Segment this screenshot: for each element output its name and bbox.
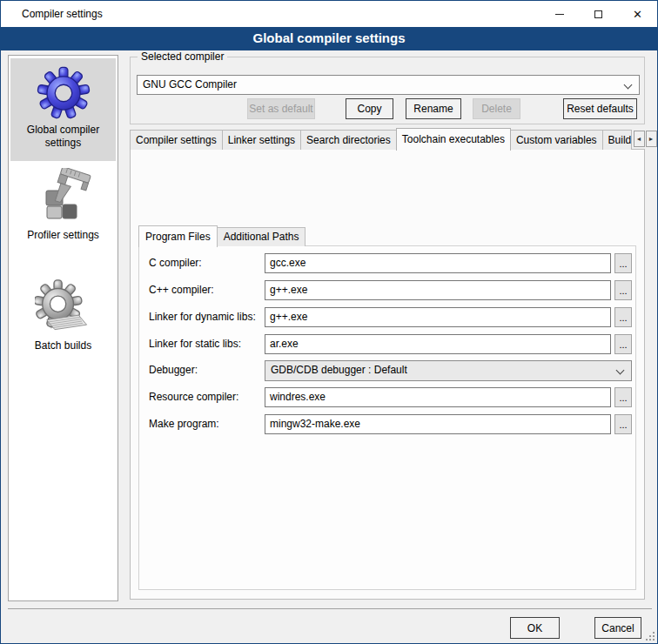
make-program-input[interactable]: mingw32-make.exe — [265, 414, 611, 434]
ok-button[interactable]: OK — [510, 617, 560, 639]
sidebar-item-label: Batch builds — [35, 339, 91, 352]
tab-build-options-truncated[interactable]: Build — [602, 130, 632, 150]
linker-static-input[interactable]: ar.exe — [265, 334, 611, 354]
titlebar: Compiler settings ✕ — [1, 1, 657, 27]
tab-compiler-settings[interactable]: Compiler settings — [130, 130, 223, 150]
debugger-dropdown[interactable]: GDB/CDB debugger : Default — [265, 360, 632, 381]
subtab-additional-paths[interactable]: Additional Paths — [217, 227, 306, 246]
resource-compiler-label: Resource compiler: — [149, 391, 238, 403]
tab-search-directories[interactable]: Search directories — [300, 130, 397, 150]
reset-defaults-button[interactable]: Reset defaults — [563, 98, 637, 119]
resource-compiler-input[interactable]: windres.exe — [265, 387, 611, 407]
tab-linker-settings[interactable]: Linker settings — [222, 130, 301, 150]
sidebar-item-label: Global compiler settings — [10, 124, 116, 150]
debugger-value: GDB/CDB debugger : Default — [271, 364, 407, 376]
close-icon: ✕ — [633, 9, 642, 20]
tab-toolchain-executables[interactable]: Toolchain executables — [396, 128, 511, 151]
chevron-down-icon — [624, 81, 633, 90]
sidebar-item-batch-builds[interactable]: Batch builds — [10, 275, 116, 367]
debugger-label: Debugger: — [149, 364, 198, 376]
minimize-icon — [555, 14, 564, 15]
caliper-icon — [36, 168, 91, 225]
minimize-button[interactable] — [540, 1, 579, 27]
tab-custom-variables[interactable]: Custom variables — [510, 130, 603, 150]
window-title: Compiler settings — [22, 8, 103, 20]
blue-gear-icon — [37, 66, 91, 120]
sidebar-item-label: Profiler settings — [27, 229, 99, 242]
settings-sidebar: Global compiler settings — [8, 55, 118, 601]
page-title: Global compiler settings — [1, 27, 657, 50]
linker-dynamic-browse-button[interactable]: ... — [614, 307, 632, 327]
linker-dynamic-input[interactable]: g++.exe — [265, 307, 611, 327]
sidebar-item-profiler-settings[interactable]: Profiler settings — [10, 166, 116, 258]
cpp-compiler-input[interactable]: g++.exe — [265, 280, 611, 300]
selected-compiler-group-label: Selected compiler — [138, 50, 227, 63]
arrow-left-icon: ◄ — [636, 136, 642, 142]
cpp-compiler-label: C++ compiler: — [149, 284, 214, 296]
program-files-tabbar: Program Files Additional Paths — [138, 224, 305, 246]
resource-compiler-browse-button[interactable]: ... — [614, 387, 632, 407]
c-compiler-label: C compiler: — [149, 257, 202, 269]
resize-grip[interactable] — [644, 630, 655, 641]
sidebar-item-global-compiler-settings[interactable]: Global compiler settings — [10, 58, 116, 161]
delete-button: Delete — [473, 98, 520, 119]
make-program-label: Make program: — [149, 418, 219, 430]
linker-static-label: Linker for static libs: — [149, 338, 241, 350]
tab-scroll-right-button[interactable]: ► — [646, 131, 657, 147]
cpp-compiler-browse-button[interactable]: ... — [614, 280, 632, 300]
linker-dynamic-label: Linker for dynamic libs: — [149, 311, 256, 323]
maximize-icon — [594, 10, 602, 18]
selected-compiler-dropdown[interactable]: GNU GCC Compiler — [137, 75, 640, 95]
tab-scroll-left-button[interactable]: ◄ — [634, 131, 645, 147]
make-program-browse-button[interactable]: ... — [614, 414, 632, 434]
arrow-right-icon: ► — [648, 136, 655, 142]
selected-compiler-value: GNU GCC Compiler — [143, 78, 237, 91]
compiler-settings-dialog: Compiler settings ✕ Global compiler sett… — [0, 0, 658, 644]
copy-button[interactable]: Copy — [346, 98, 393, 119]
tab-scroll-arrows: ◄ ► — [633, 131, 657, 147]
cancel-button[interactable]: Cancel — [594, 617, 641, 639]
subtab-program-files[interactable]: Program Files — [138, 225, 218, 247]
chevron-down-icon — [616, 366, 625, 375]
c-compiler-input[interactable]: gcc.exe — [265, 253, 611, 273]
close-button[interactable]: ✕ — [618, 1, 657, 27]
window-controls: ✕ — [540, 1, 657, 27]
rename-button[interactable]: Rename — [406, 98, 461, 119]
maximize-button[interactable] — [579, 1, 618, 27]
footer-separator — [8, 608, 652, 609]
grey-gear-stack-icon — [35, 278, 92, 336]
linker-static-browse-button[interactable]: ... — [614, 334, 632, 354]
set-as-default-button: Set as default — [247, 98, 315, 119]
compiler-tabbar: Compiler settings Linker settings Search… — [130, 127, 657, 150]
c-compiler-browse-button[interactable]: ... — [614, 253, 632, 273]
